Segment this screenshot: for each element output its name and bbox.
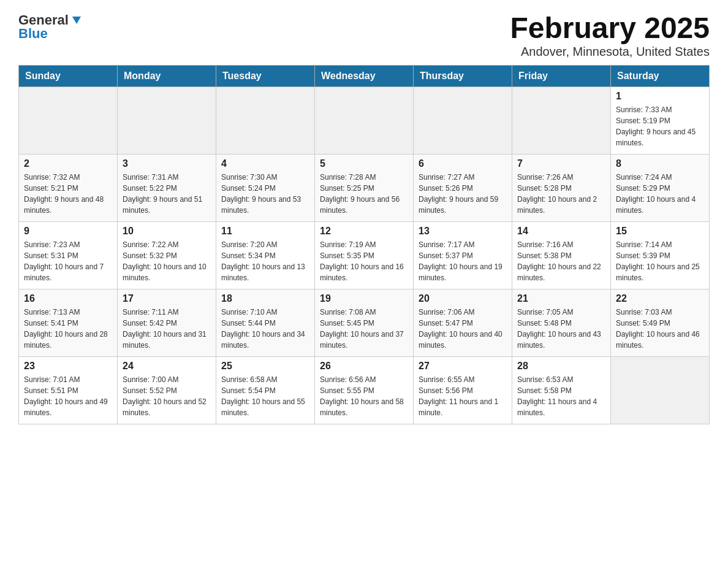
calendar-cell: 8Sunrise: 7:24 AM Sunset: 5:29 PM Daylig… (611, 154, 710, 221)
calendar-cell: 28Sunrise: 6:53 AM Sunset: 5:58 PM Dayli… (512, 356, 611, 424)
day-info: Sunrise: 7:24 AM Sunset: 5:29 PM Dayligh… (616, 172, 704, 216)
calendar-cell: 6Sunrise: 7:27 AM Sunset: 5:26 PM Daylig… (414, 154, 512, 221)
day-number: 9 (24, 226, 112, 237)
day-info: Sunrise: 7:31 AM Sunset: 5:22 PM Dayligh… (123, 172, 211, 216)
day-number: 6 (419, 158, 507, 169)
day-info: Sunrise: 7:01 AM Sunset: 5:51 PM Dayligh… (24, 374, 112, 418)
day-info: Sunrise: 7:08 AM Sunset: 5:45 PM Dayligh… (320, 307, 408, 351)
day-of-week-header: Tuesday (216, 65, 315, 86)
day-info: Sunrise: 7:19 AM Sunset: 5:35 PM Dayligh… (320, 239, 408, 283)
day-of-week-header: Wednesday (315, 65, 414, 86)
day-number: 8 (616, 158, 704, 169)
day-number: 5 (320, 158, 408, 169)
day-info: Sunrise: 7:06 AM Sunset: 5:47 PM Dayligh… (419, 307, 507, 351)
day-number: 14 (517, 226, 605, 237)
calendar-cell: 21Sunrise: 7:05 AM Sunset: 5:48 PM Dayli… (512, 289, 611, 356)
calendar-cell: 20Sunrise: 7:06 AM Sunset: 5:47 PM Dayli… (414, 289, 512, 356)
day-info: Sunrise: 6:53 AM Sunset: 5:58 PM Dayligh… (517, 374, 605, 418)
day-info: Sunrise: 6:58 AM Sunset: 5:54 PM Dayligh… (221, 374, 309, 418)
day-number: 22 (616, 293, 704, 304)
day-number: 2 (24, 158, 112, 169)
calendar-week-row: 1Sunrise: 7:33 AM Sunset: 5:19 PM Daylig… (19, 86, 710, 154)
calendar-cell (19, 86, 118, 154)
day-info: Sunrise: 7:26 AM Sunset: 5:28 PM Dayligh… (517, 172, 605, 216)
calendar-cell: 14Sunrise: 7:16 AM Sunset: 5:38 PM Dayli… (512, 221, 611, 289)
calendar-cell: 19Sunrise: 7:08 AM Sunset: 5:45 PM Dayli… (315, 289, 414, 356)
day-of-week-header: Thursday (414, 65, 512, 86)
calendar-cell (512, 86, 611, 154)
calendar-cell: 12Sunrise: 7:19 AM Sunset: 5:35 PM Dayli… (315, 221, 414, 289)
day-info: Sunrise: 7:27 AM Sunset: 5:26 PM Dayligh… (419, 172, 507, 216)
day-of-week-header: Sunday (19, 65, 118, 86)
calendar-cell: 2Sunrise: 7:32 AM Sunset: 5:21 PM Daylig… (19, 154, 118, 221)
day-info: Sunrise: 7:23 AM Sunset: 5:31 PM Dayligh… (24, 239, 112, 283)
day-of-week-header: Monday (118, 65, 216, 86)
calendar-table: SundayMondayTuesdayWednesdayThursdayFrid… (18, 65, 710, 424)
calendar-cell: 7Sunrise: 7:26 AM Sunset: 5:28 PM Daylig… (512, 154, 611, 221)
calendar-cell: 13Sunrise: 7:17 AM Sunset: 5:37 PM Dayli… (414, 221, 512, 289)
day-info: Sunrise: 7:13 AM Sunset: 5:41 PM Dayligh… (24, 307, 112, 351)
calendar-cell (611, 356, 710, 424)
calendar-header-row: SundayMondayTuesdayWednesdayThursdayFrid… (19, 65, 710, 86)
day-number: 19 (320, 293, 408, 304)
day-info: Sunrise: 6:55 AM Sunset: 5:56 PM Dayligh… (419, 374, 507, 418)
day-number: 23 (24, 361, 112, 372)
calendar-cell: 22Sunrise: 7:03 AM Sunset: 5:49 PM Dayli… (611, 289, 710, 356)
day-number: 26 (320, 361, 408, 372)
calendar-cell: 5Sunrise: 7:28 AM Sunset: 5:25 PM Daylig… (315, 154, 414, 221)
day-number: 4 (221, 158, 309, 169)
calendar-cell: 4Sunrise: 7:30 AM Sunset: 5:24 PM Daylig… (216, 154, 315, 221)
calendar-cell: 1Sunrise: 7:33 AM Sunset: 5:19 PM Daylig… (611, 86, 710, 154)
day-number: 25 (221, 361, 309, 372)
day-number: 24 (123, 361, 211, 372)
day-info: Sunrise: 7:00 AM Sunset: 5:52 PM Dayligh… (123, 374, 211, 418)
calendar-cell (118, 86, 216, 154)
day-number: 21 (517, 293, 605, 304)
svg-marker-0 (72, 17, 81, 24)
calendar-cell: 16Sunrise: 7:13 AM Sunset: 5:41 PM Dayli… (19, 289, 118, 356)
day-number: 18 (221, 293, 309, 304)
day-info: Sunrise: 7:32 AM Sunset: 5:21 PM Dayligh… (24, 172, 112, 216)
day-number: 12 (320, 226, 408, 237)
calendar-cell: 9Sunrise: 7:23 AM Sunset: 5:31 PM Daylig… (19, 221, 118, 289)
day-number: 16 (24, 293, 112, 304)
day-info: Sunrise: 7:05 AM Sunset: 5:48 PM Dayligh… (517, 307, 605, 351)
day-number: 15 (616, 226, 704, 237)
calendar-week-row: 23Sunrise: 7:01 AM Sunset: 5:51 PM Dayli… (19, 356, 710, 424)
day-number: 28 (517, 361, 605, 372)
day-number: 1 (616, 91, 704, 102)
day-number: 11 (221, 226, 309, 237)
calendar-cell (315, 86, 414, 154)
day-info: Sunrise: 7:17 AM Sunset: 5:37 PM Dayligh… (419, 239, 507, 283)
day-info: Sunrise: 7:10 AM Sunset: 5:44 PM Dayligh… (221, 307, 309, 351)
day-info: Sunrise: 7:22 AM Sunset: 5:32 PM Dayligh… (123, 239, 211, 283)
day-number: 13 (419, 226, 507, 237)
day-of-week-header: Saturday (611, 65, 710, 86)
day-info: Sunrise: 7:11 AM Sunset: 5:42 PM Dayligh… (123, 307, 211, 351)
day-number: 27 (419, 361, 507, 372)
calendar-cell: 24Sunrise: 7:00 AM Sunset: 5:52 PM Dayli… (118, 356, 216, 424)
calendar-week-row: 9Sunrise: 7:23 AM Sunset: 5:31 PM Daylig… (19, 221, 710, 289)
day-info: Sunrise: 7:20 AM Sunset: 5:34 PM Dayligh… (221, 239, 309, 283)
calendar-week-row: 2Sunrise: 7:32 AM Sunset: 5:21 PM Daylig… (19, 154, 710, 221)
calendar-cell: 10Sunrise: 7:22 AM Sunset: 5:32 PM Dayli… (118, 221, 216, 289)
logo-blue-text: Blue (18, 26, 48, 42)
title-block: February 2025 Andover, Minnesota, United… (510, 12, 710, 59)
calendar-cell: 17Sunrise: 7:11 AM Sunset: 5:42 PM Dayli… (118, 289, 216, 356)
calendar-week-row: 16Sunrise: 7:13 AM Sunset: 5:41 PM Dayli… (19, 289, 710, 356)
logo: General Blue (18, 12, 83, 42)
calendar-cell: 25Sunrise: 6:58 AM Sunset: 5:54 PM Dayli… (216, 356, 315, 424)
day-number: 17 (123, 293, 211, 304)
day-info: Sunrise: 7:03 AM Sunset: 5:49 PM Dayligh… (616, 307, 704, 351)
calendar-subtitle: Andover, Minnesota, United States (510, 45, 710, 59)
day-info: Sunrise: 7:30 AM Sunset: 5:24 PM Dayligh… (221, 172, 309, 216)
calendar-cell: 26Sunrise: 6:56 AM Sunset: 5:55 PM Dayli… (315, 356, 414, 424)
calendar-cell (414, 86, 512, 154)
day-of-week-header: Friday (512, 65, 611, 86)
day-number: 3 (123, 158, 211, 169)
calendar-cell (216, 86, 315, 154)
day-info: Sunrise: 7:33 AM Sunset: 5:19 PM Dayligh… (616, 104, 704, 148)
day-info: Sunrise: 6:56 AM Sunset: 5:55 PM Dayligh… (320, 374, 408, 418)
day-info: Sunrise: 7:28 AM Sunset: 5:25 PM Dayligh… (320, 172, 408, 216)
logo-arrow-icon (70, 13, 83, 26)
